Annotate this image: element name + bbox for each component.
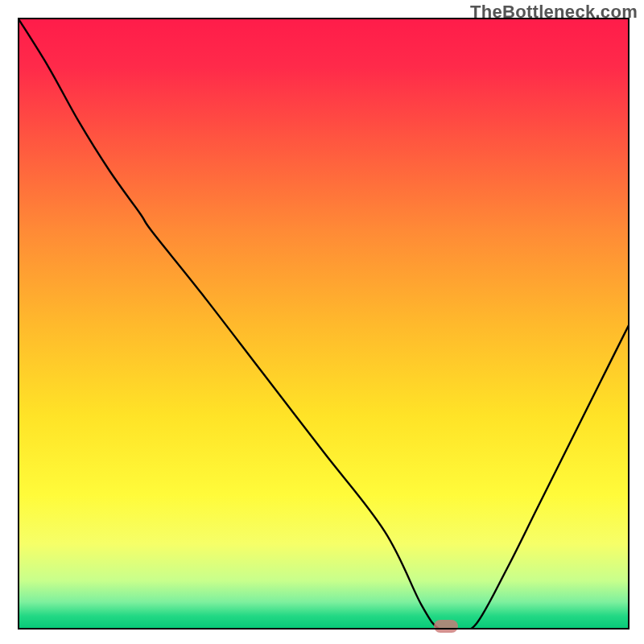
plot-area — [18, 18, 630, 630]
curve-layer — [18, 18, 630, 630]
bottleneck-curve — [18, 18, 630, 630]
optimum-marker — [434, 620, 458, 633]
bottleneck-chart: TheBottleneck.com — [0, 0, 644, 644]
